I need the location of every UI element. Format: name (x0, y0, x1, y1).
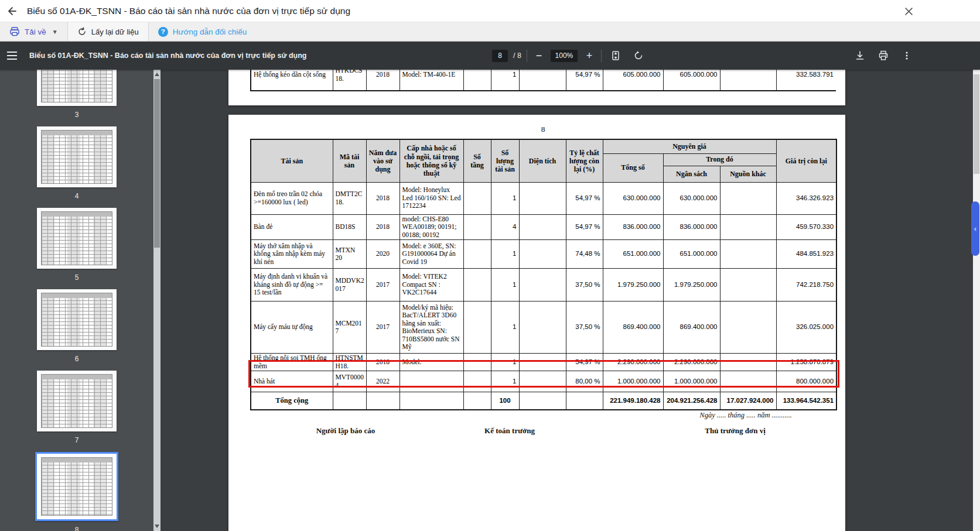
help-icon: ? (158, 27, 168, 37)
page-number-input[interactable]: 8 (492, 50, 508, 62)
fit-page-button[interactable] (607, 47, 624, 64)
thumbnail-page-number: 7 (0, 436, 153, 444)
rotate-icon (633, 50, 644, 61)
thumbnail-grid (41, 130, 112, 184)
signature-preparer: Người lập báo cáo (316, 426, 375, 436)
page-thumbnail[interactable]: 4 (0, 126, 153, 203)
table-cell (720, 354, 776, 371)
table-cell: 1.258.870.879 (776, 354, 836, 371)
more-options-button[interactable] (898, 47, 916, 64)
table-cell: 742.218.750 (776, 269, 836, 302)
table-row: Máy định danh vi khuẩn và kháng sinh đồ … (251, 269, 836, 302)
table-cell: Model: Honeylux Led 160/160 SN: Led 1712… (399, 182, 463, 214)
close-button[interactable] (903, 5, 914, 17)
page-thumbnail[interactable]: 6 (0, 289, 153, 365)
document-scrollbar[interactable] (973, 70, 980, 531)
table-cell: 204.921.256.428 (663, 392, 720, 410)
table-row: Bàn đẻBD18S2018model: CHS-E80 WEA00189; … (251, 214, 836, 240)
sidebar-scrollbar[interactable] (153, 70, 161, 531)
pdf-document-title: Biểu số 01A-ĐK_TSNN - Báo cáo tài sản nh… (29, 52, 306, 60)
thumbnail-page-number: 5 (0, 273, 153, 282)
page-thumbnail[interactable]: 3 (0, 70, 153, 121)
table-cell: BD18S (333, 214, 366, 240)
hamburger-icon (7, 52, 17, 53)
thumbnail-image[interactable] (37, 126, 117, 187)
table-cell: 100 (491, 392, 519, 410)
table-cell: 133.964.542.351 (776, 392, 836, 410)
table-cell (519, 240, 566, 269)
document-scrollbar-thumb[interactable] (974, 74, 979, 174)
arrow-left-icon (6, 5, 18, 17)
pdf-print-button[interactable] (875, 47, 892, 64)
scroll-down-icon[interactable] (155, 525, 159, 528)
table-cell: Máy cấy máu tự động (251, 302, 333, 354)
menu-button[interactable] (0, 42, 23, 70)
col-header-asset: Tài sản (251, 139, 333, 182)
table-cell: model: CHS-E80 WEA00189; 00191; 00188; 0… (399, 214, 463, 240)
table-cell (720, 182, 776, 214)
table-row: Hệ thống nội soi TMH ống mềmHTNSTM H18.2… (251, 354, 836, 371)
table-cell: Nhà hát (251, 371, 333, 392)
page-controls: 8 / 8 − 100% + (492, 42, 647, 70)
thumbnail-image[interactable] (37, 371, 117, 431)
thumbnail-page-number: 8 (0, 526, 153, 531)
table-cell (463, 392, 491, 410)
table-row: Nhà hátMVT0000 42022180,00 %1.000.000.00… (251, 371, 836, 392)
back-button[interactable] (0, 0, 23, 22)
table-cell: 836.000.000 (603, 214, 663, 240)
signature-accountant: Kế toán trưởng (484, 426, 535, 436)
table-cell: Bàn đẻ (251, 214, 333, 240)
side-panel-toggle[interactable]: ‹ (971, 201, 979, 256)
asset-table-prev: Hệ thống kéo dãn cột sốngHTKDCS 18.2018M… (250, 70, 836, 91)
page-total: / 8 (513, 52, 521, 60)
zoom-in-button[interactable]: + (583, 50, 596, 61)
sidebar-scrollbar-thumb[interactable] (154, 79, 160, 248)
download-button[interactable]: Tải về ▼ (0, 22, 68, 41)
table-cell: 326.025.000 (776, 302, 836, 354)
table-cell (720, 269, 776, 302)
table-cell: 74,48 % (566, 240, 603, 269)
thumbnail-image[interactable] (37, 70, 117, 106)
table-cell: 2018 (366, 70, 399, 91)
reload-data-button[interactable]: Lấy lại dữ liệu (68, 22, 149, 41)
page-thumbnail[interactable]: 7 (0, 371, 153, 447)
table-cell: 1 (491, 371, 519, 392)
table-cell: 54,97 % (566, 214, 603, 240)
zoom-out-button[interactable]: − (532, 50, 545, 61)
table-cell (399, 392, 463, 410)
download-label: Tải về (25, 28, 46, 36)
table-cell: 1 (491, 182, 519, 214)
table-row: Máy thở xâm nhập và không xâm nhập kèm m… (251, 240, 836, 269)
page-thumbnail[interactable]: 5 (0, 208, 153, 284)
table-cell: 630.000.000 (603, 182, 663, 214)
table-cell: 651.000.000 (663, 240, 720, 269)
download-icon (855, 50, 865, 61)
table-cell: HTNSTM H18. (333, 354, 366, 371)
table-cell (333, 392, 366, 410)
table-cell: Hệ thống nội soi TMH ống mềm (251, 354, 333, 371)
rotate-button[interactable] (630, 47, 647, 64)
scroll-up-icon[interactable] (155, 73, 159, 76)
zoom-level[interactable]: 100% (551, 50, 578, 62)
chevron-down-icon: ▼ (52, 29, 58, 35)
guide-link[interactable]: ? Hướng dẫn đối chiếu (149, 22, 257, 41)
table-cell: 2020 (366, 240, 399, 269)
table-cell: MTXN 20 (333, 240, 366, 269)
pdf-download-button[interactable] (851, 47, 869, 64)
table-cell: Model: TM-400-1E (399, 70, 463, 91)
table-cell (463, 354, 491, 371)
table-cell: 346.326.923 (776, 182, 836, 214)
thumbnail-image[interactable] (37, 208, 117, 269)
thumbnail-image[interactable] (37, 289, 117, 350)
table-cell (463, 269, 491, 302)
table-cell (366, 392, 399, 410)
table-cell: 836.000.000 (663, 214, 720, 240)
page-thumbnail[interactable]: 8 (0, 452, 153, 528)
table-cell (566, 392, 603, 410)
thumbnail-list: 345678 (0, 70, 153, 531)
pdf-page-8: 8 Tài sản Mã tài sản Năm đưa vào sử dụng… (228, 115, 845, 531)
table-cell: 1 (491, 70, 519, 91)
table-cell: Đèn mổ treo trần 02 chóa >=160000 lux ( … (251, 182, 333, 214)
table-cell (720, 214, 776, 240)
thumbnail-image[interactable] (35, 452, 118, 521)
